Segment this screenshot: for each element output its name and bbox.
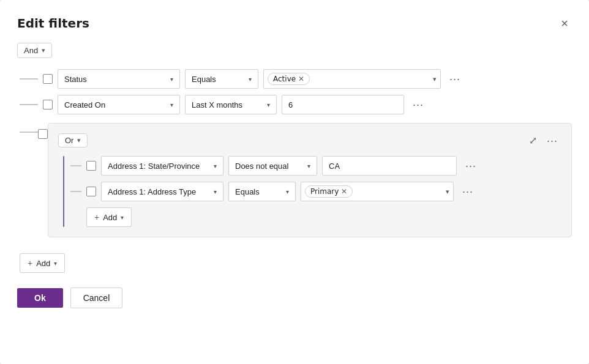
state-value-input[interactable]: [322, 156, 457, 176]
state-operator-chevron-icon: ▾: [307, 163, 310, 169]
or-label: Or: [65, 136, 73, 145]
outer-add-area: + Add ▾: [17, 253, 572, 273]
or-chevron-icon: ▾: [77, 136, 81, 144]
or-group-container: Or ▾ ⤢ ···: [17, 123, 572, 245]
inner-connector-1: [70, 165, 81, 166]
dialog-header: Edit filters ×: [17, 15, 572, 32]
address-type-row: Address 1: Address Type ▾ Equals ▾ Prima…: [70, 182, 561, 201]
or-group-add-plus-icon: +: [94, 212, 99, 222]
state-province-row: Address 1: State/Province ▾ Does not equ…: [70, 156, 561, 176]
or-group-actions: ⤢ ···: [525, 133, 561, 147]
inner-connector-2: [70, 191, 81, 192]
status-filter-row: Status ▾ Equals ▾ Active ✕ ▾ ···: [17, 69, 572, 89]
or-group-checkbox[interactable]: [38, 129, 48, 139]
outer-add-label: Add: [36, 259, 50, 268]
outer-add-chevron-icon: ▾: [54, 260, 57, 267]
state-field-label: Address 1: State/Province: [108, 162, 200, 171]
address-type-tag-close-button[interactable]: ✕: [341, 188, 347, 195]
status-tag-label: Active: [273, 75, 296, 83]
created-on-row-checkbox[interactable]: [43, 100, 53, 110]
address-type-value-tag: Primary ✕: [305, 185, 353, 198]
status-field-select[interactable]: Status ▾: [58, 69, 180, 89]
ok-button[interactable]: Ok: [17, 288, 63, 308]
or-group-inner-rows: Address 1: State/Province ▾ Does not equ…: [70, 156, 561, 227]
created-on-operator-label: Last X months: [192, 100, 242, 110]
address-type-field-select[interactable]: Address 1: Address Type ▾: [101, 182, 223, 201]
address-type-operator-select[interactable]: Equals ▾: [228, 182, 296, 201]
and-chevron-icon: ▾: [42, 46, 45, 54]
created-on-filter-row: Created On ▾ Last X months ▾ ···: [17, 95, 572, 114]
status-field-label: Status: [64, 75, 87, 84]
created-on-operator-chevron-icon: ▾: [267, 102, 270, 108]
status-row-checkbox[interactable]: [43, 74, 53, 84]
or-group-blue-vline: [63, 156, 64, 227]
state-operator-label: Does not equal: [235, 162, 288, 171]
status-field-chevron-icon: ▾: [170, 76, 173, 83]
created-on-field-chevron-icon: ▾: [170, 102, 173, 108]
collapse-icon: ⤢: [529, 135, 537, 146]
status-value-dropdown-button[interactable]: ▾: [433, 75, 437, 83]
or-group-hconnector: [20, 132, 38, 133]
or-group-add-label: Add: [103, 213, 117, 222]
or-group-collapse-button[interactable]: ⤢: [525, 133, 541, 147]
status-value-tag: Active ✕: [268, 73, 310, 85]
status-row-more-button[interactable]: ···: [446, 72, 464, 86]
status-operator-select[interactable]: Equals ▾: [185, 69, 258, 89]
status-value-field: Active ✕ ▾: [263, 69, 441, 89]
created-on-field-select[interactable]: Created On ▾: [58, 95, 180, 114]
dialog-footer: Ok Cancel: [17, 288, 572, 308]
address-type-value-field: Primary ✕ ▾: [301, 182, 454, 201]
outer-add-button[interactable]: + Add ▾: [20, 253, 65, 273]
created-on-row-more-button[interactable]: ···: [409, 98, 427, 111]
or-group-add-chevron-icon: ▾: [121, 214, 124, 221]
state-field-select[interactable]: Address 1: State/Province ▾: [101, 156, 223, 176]
status-operator-chevron-icon: ▾: [249, 76, 252, 83]
dialog-title: Edit filters: [17, 16, 89, 31]
or-group-add-area: + Add ▾: [70, 207, 561, 227]
or-group-add-button[interactable]: + Add ▾: [86, 207, 132, 227]
or-group-inner: Address 1: State/Province ▾ Does not equ…: [58, 156, 561, 227]
created-on-value-input[interactable]: [282, 95, 404, 114]
state-row-more-button[interactable]: ···: [462, 159, 480, 173]
edit-filters-dialog: Edit filters × And ▾ Status ▾ Equals ▾ A…: [0, 0, 589, 364]
address-type-tag-label: Primary: [310, 187, 339, 196]
outer-add-plus-icon: +: [28, 258, 32, 268]
state-operator-select[interactable]: Does not equal ▾: [228, 156, 317, 176]
or-group-connector-area: [20, 123, 38, 245]
address-type-field-label: Address 1: Address Type: [108, 187, 196, 196]
status-operator-label: Equals: [192, 75, 216, 84]
address-type-value-dropdown-button[interactable]: ▾: [446, 188, 449, 196]
address-type-checkbox[interactable]: [86, 187, 96, 196]
or-group-header: Or ▾ ⤢ ···: [58, 133, 561, 147]
cancel-button[interactable]: Cancel: [70, 288, 123, 308]
or-group: Or ▾ ⤢ ···: [48, 123, 572, 237]
state-row-checkbox[interactable]: [86, 161, 96, 171]
or-group-more-button[interactable]: ···: [543, 134, 561, 147]
status-tag-close-button[interactable]: ✕: [298, 75, 304, 83]
address-type-row-more-button[interactable]: ···: [459, 185, 477, 198]
address-type-operator-chevron-icon: ▾: [286, 188, 289, 195]
address-type-field-chevron-icon: ▾: [214, 188, 217, 195]
row-connector-1: [20, 78, 38, 80]
and-dropdown[interactable]: And ▾: [17, 43, 52, 58]
close-button[interactable]: ×: [557, 15, 572, 32]
created-on-operator-select[interactable]: Last X months ▾: [185, 95, 277, 114]
address-type-operator-label: Equals: [235, 187, 260, 196]
row-connector-2: [20, 104, 38, 105]
state-field-chevron-icon: ▾: [214, 163, 217, 169]
created-on-field-label: Created On: [64, 100, 105, 110]
or-dropdown[interactable]: Or ▾: [58, 133, 88, 147]
and-label: And: [24, 46, 38, 55]
